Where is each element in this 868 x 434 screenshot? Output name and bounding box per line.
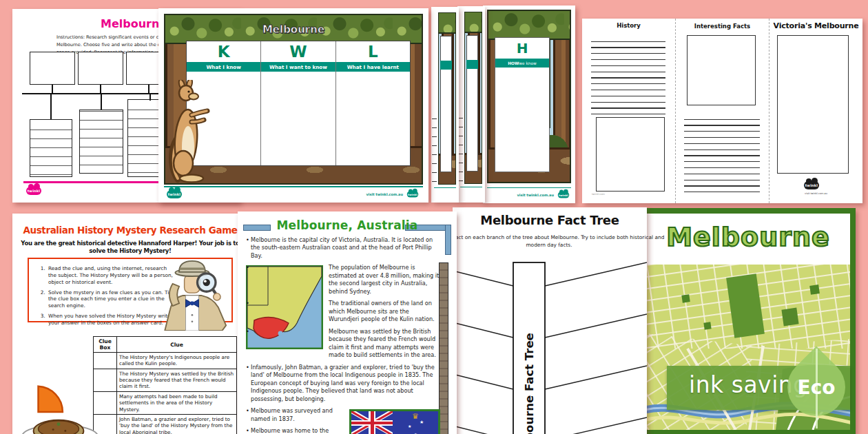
writing-lines	[684, 114, 760, 195]
chart-column-sliver	[466, 35, 478, 172]
writing-area	[261, 72, 335, 165]
page-footer: twinkl visit twinkl.com.au twinkl	[164, 186, 423, 198]
clue-text: The History Mystery was settled by the B…	[117, 369, 237, 391]
page-stacked-chart	[457, 6, 485, 203]
trifold-panel-history: History twinkl.com	[582, 19, 676, 203]
column-letter: W	[261, 41, 335, 62]
column-letter: L	[336, 41, 410, 62]
column-header: What I know	[187, 62, 260, 72]
timeline-connector	[52, 85, 53, 93]
drawing-box	[596, 117, 665, 192]
kangaroo-icon	[168, 80, 212, 185]
mystery-subtitle: You are the great historical detective H…	[20, 240, 240, 256]
detective-icon	[149, 259, 234, 331]
mystery-title: Australian History Mystery Research Game	[12, 225, 248, 236]
timeline-connector	[100, 85, 101, 93]
foliage-art	[439, 13, 455, 34]
panel-title: History	[582, 22, 675, 29]
kwl-column-w: W What I want to know	[261, 41, 335, 165]
gum-tree-trunk-art	[439, 262, 448, 434]
fact-item: The traditional owners of the land on wh…	[246, 300, 440, 323]
page-footer	[460, 187, 482, 187]
fact-tree-diagram: Melbourne Fact Tree	[453, 257, 647, 434]
column-letter: H	[495, 38, 549, 59]
page-footer	[434, 187, 456, 188]
twinkl-logo-icon: twinkl	[804, 181, 819, 189]
fact-tree-instructions: Write a fact on each branch of the tree …	[425, 234, 673, 249]
table-row: Many attempts had been made to build set…	[94, 391, 237, 414]
clue-checkbox-cell	[94, 353, 117, 369]
kwl-column-l: L What I have learnt	[336, 41, 410, 165]
kwl-table: K What I know W What I want to know L Wh…	[186, 41, 411, 166]
timeline-connector	[50, 94, 52, 119]
poster-title: Melbourne	[646, 222, 850, 252]
kwl-title: Melbourne	[158, 23, 428, 36]
timeline-connector	[101, 94, 102, 110]
footer-url: visit twinkl.com.au	[366, 192, 403, 196]
eco-leaf-icon: Eco	[782, 347, 851, 430]
fact-item: Infamously, John Batman, a grazier and e…	[246, 364, 440, 403]
cover-box	[777, 35, 849, 174]
column-header: What I have learnt	[336, 62, 410, 72]
timeline-writing-box	[79, 110, 123, 174]
writing-lines	[458, 110, 463, 181]
fact-item: The population of Melbourne is estimated…	[246, 264, 440, 296]
eco-ink-saving-banner: ink saving Eco	[667, 366, 850, 410]
timeline-event-box	[78, 52, 123, 85]
trifold-panel-facts: Interesting Facts	[676, 19, 769, 203]
drawing-box	[687, 35, 756, 105]
twinkl-logo-icon: twinkl	[167, 190, 182, 198]
panel-title: Interesting Facts	[676, 23, 769, 30]
trunk-label: Melbourne Fact Tree	[523, 333, 536, 434]
twinkl-logo-icon: twinkl	[558, 192, 570, 198]
column-header: HOW we know	[495, 59, 549, 68]
clue-header: Clue	[117, 337, 237, 353]
panel-title: Victoria's Melbourne	[769, 21, 862, 30]
page-kwlh-chart-h: H HOW we know visit twinkl.com.au twinkl	[483, 6, 575, 203]
page-stacked-chart	[431, 7, 459, 203]
meat-pie-icon	[18, 382, 99, 434]
timeline-writing-box	[30, 119, 72, 177]
foliage-art	[488, 11, 570, 40]
table-row: John Batman, a grazier and explorer, tri…	[94, 414, 237, 434]
small-print: twinkl.com	[592, 193, 605, 196]
page-fact-tree: Melbourne Fact Tree Write a fact on each…	[453, 207, 647, 434]
column-letter: K	[187, 41, 260, 62]
eco-badge: Eco	[782, 376, 851, 399]
clue-box-header: Clue Box	[94, 337, 117, 353]
resource-pack-preview: Melbourne Timeline Instructions: Researc…	[0, 0, 868, 434]
h-column: H HOW we know	[495, 37, 550, 172]
writing-lines	[432, 110, 437, 182]
column-header-sliver	[440, 61, 452, 70]
footer-url: visit twinkl.com.au	[517, 193, 554, 197]
timeline-connector	[148, 85, 149, 93]
page-fact-sheet: Melbourne, Australia Melbourne is the ca…	[238, 211, 457, 434]
table-row: The History Mystery was settled by the B…	[94, 369, 237, 391]
fact-item: Melbourne was home to the International …	[246, 427, 440, 434]
clue-table: Clue Box Clue The History Mystery's Indi…	[93, 336, 237, 434]
writing-area	[336, 72, 410, 165]
chart-column-sliver	[440, 36, 452, 172]
twinkl-logo-icon: twinkl	[407, 192, 419, 198]
footer-url: visit twinkl.com.au	[769, 192, 862, 195]
timeline-event-box	[30, 52, 75, 85]
fact-item: Melbourne was surveyed and named in 1837…	[246, 407, 440, 423]
trifold-panel-cover: Victoria's Melbourne twinkl visit twinkl…	[769, 19, 862, 203]
column-header: What I want to know	[261, 62, 335, 72]
table-header-row: Clue Box Clue	[94, 337, 237, 353]
page-history-mystery-game: Australian History Mystery Research Game…	[12, 214, 248, 434]
column-header-sliver	[466, 60, 478, 69]
fact-sheet-title: Melbourne, Australia	[238, 218, 457, 232]
writing-lines	[591, 36, 665, 114]
fact-sheet-body: Melbourne is the capital city of Victori…	[246, 236, 440, 434]
twinkl-logo-icon: twinkl	[26, 187, 41, 195]
clue-text: Many attempts had been made to build set…	[117, 391, 237, 414]
foliage-art	[465, 12, 482, 33]
clue-text: John Batman, a grazier and explorer, tri…	[117, 414, 237, 434]
writing-area	[495, 68, 549, 172]
fact-tree-title: Melbourne Fact Tree	[453, 213, 647, 227]
page-footer: visit twinkl.com.au twinkl	[487, 187, 571, 199]
page-kwl-chart: Melbourne K What I know W What I want to…	[158, 8, 428, 203]
fact-item: Melbourne was settled by the British bec…	[246, 328, 440, 360]
page-trifold-leaflet: History twinkl.com Interesting Facts Vic…	[582, 19, 862, 203]
